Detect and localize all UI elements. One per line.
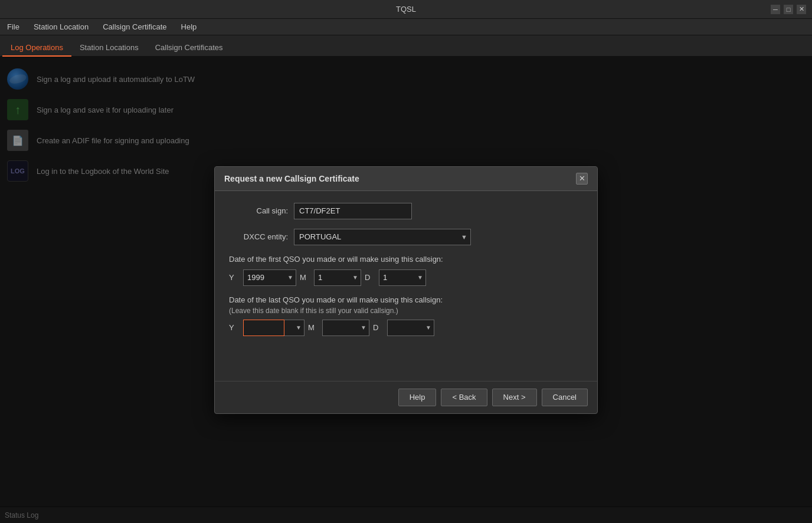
first-qso-day-select[interactable]: 1234 5678 9101112 13141516 17181920 2122… — [379, 269, 426, 286]
menu-callsign-certificate[interactable]: Callsign Certificate — [100, 21, 169, 32]
callsign-row: Call sign: — [229, 203, 583, 219]
first-qso-year-wrapper: 199920002001 ▼ — [243, 269, 296, 286]
first-qso-label: Date of the first QSO you made or will m… — [229, 255, 583, 264]
dialog-header: Request a new Callsign Certificate ✕ — [215, 167, 597, 191]
dialog-footer: Help < Back Next > Cancel — [215, 381, 597, 413]
dialog-title: Request a new Callsign Certificate — [224, 174, 359, 183]
dxcc-select-wrapper: PORTUGAL GERMANY UNITED STATES CANADA ▼ — [294, 229, 471, 245]
dialog-close-button[interactable]: ✕ — [576, 173, 588, 185]
last-qso-day-wrapper: 123 ▼ — [387, 320, 434, 336]
first-qso-month-label: M — [300, 273, 310, 282]
last-qso-year-select[interactable]: 20202021202220232024 — [284, 320, 304, 336]
dxcc-select[interactable]: PORTUGAL GERMANY UNITED STATES CANADA — [294, 229, 471, 245]
first-qso-year-select[interactable]: 199920002001 — [243, 269, 296, 286]
dxcc-row: DXCC entity: PORTUGAL GERMANY UNITED STA… — [229, 229, 583, 245]
first-qso-day-wrapper: 1234 5678 9101112 13141516 17181920 2122… — [379, 269, 426, 286]
last-qso-year-wrapper: 20202021202220232024 ▼ — [243, 320, 304, 336]
tabs: Log Operations Station Locations Callsig… — [0, 35, 812, 57]
dialog: Request a new Callsign Certificate ✕ Cal… — [214, 166, 598, 414]
tab-log-operations[interactable]: Log Operations — [2, 40, 71, 57]
last-qso-month-wrapper: 123 ▼ — [322, 320, 369, 336]
window-controls: ─ □ ✕ — [771, 5, 806, 14]
callsign-input[interactable] — [294, 203, 412, 219]
first-qso-day-label: D — [365, 273, 375, 282]
last-qso-year-label: Y — [229, 323, 240, 332]
last-qso-month-label: M — [308, 323, 319, 332]
menubar: File Station Location Callsign Certifica… — [0, 19, 812, 35]
first-qso-date-row: Y 199920002001 ▼ M 1234 5678 — [229, 269, 583, 286]
dialog-overlay: Request a new Callsign Certificate ✕ Cal… — [0, 57, 812, 523]
tab-callsign-certificates[interactable]: Callsign Certificates — [147, 40, 231, 57]
last-qso-date-row: Y 20202021202220232024 ▼ M 123 — [229, 320, 583, 336]
next-button[interactable]: Next > — [492, 389, 537, 406]
last-qso-day-select[interactable]: 123 — [387, 320, 434, 336]
main-area: Sign a log and upload it automatically t… — [0, 57, 812, 523]
minimize-button[interactable]: ─ — [771, 5, 780, 14]
first-qso-year-label: Y — [229, 273, 240, 282]
first-qso-month-select[interactable]: 1234 5678 9101112 — [314, 269, 361, 286]
back-button[interactable]: < Back — [441, 389, 487, 406]
app-title: TQSL — [41, 5, 771, 14]
close-button[interactable]: ✕ — [797, 5, 806, 14]
last-qso-day-label: D — [373, 323, 384, 332]
last-qso-note: (Leave this date blank if this is still … — [229, 307, 583, 315]
dialog-body: Call sign: DXCC entity: PORTUGAL GERMANY… — [215, 191, 597, 381]
menu-file[interactable]: File — [5, 21, 22, 32]
last-qso-month-select[interactable]: 123 — [322, 320, 369, 336]
cancel-button[interactable]: Cancel — [542, 389, 588, 406]
menu-station-location[interactable]: Station Location — [31, 21, 91, 32]
tab-station-locations[interactable]: Station Locations — [71, 40, 147, 57]
maximize-button[interactable]: □ — [784, 5, 793, 14]
last-qso-year-input[interactable] — [243, 320, 284, 336]
callsign-label: Call sign: — [229, 206, 288, 215]
help-button[interactable]: Help — [398, 389, 437, 406]
titlebar: TQSL ─ □ ✕ — [0, 0, 812, 19]
first-qso-month-wrapper: 1234 5678 9101112 ▼ — [314, 269, 361, 286]
menu-help[interactable]: Help — [179, 21, 199, 32]
last-qso-label: Date of the last QSO you made or will ma… — [229, 295, 583, 304]
dxcc-label: DXCC entity: — [229, 232, 288, 241]
